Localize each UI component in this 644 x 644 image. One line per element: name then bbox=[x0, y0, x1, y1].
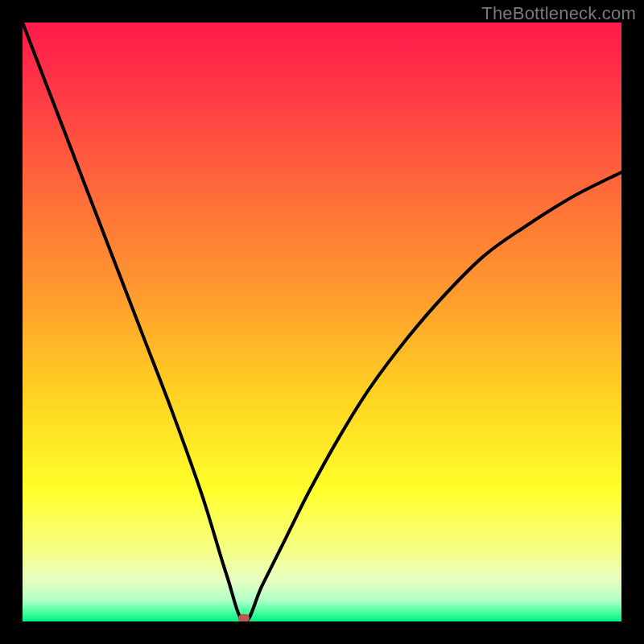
watermark-text: TheBottleneck.com bbox=[481, 3, 636, 24]
outer-frame: TheBottleneck.com bbox=[0, 0, 644, 644]
plot-area bbox=[23, 23, 621, 621]
optimal-point-marker bbox=[238, 614, 250, 621]
bottleneck-curve bbox=[23, 23, 621, 621]
